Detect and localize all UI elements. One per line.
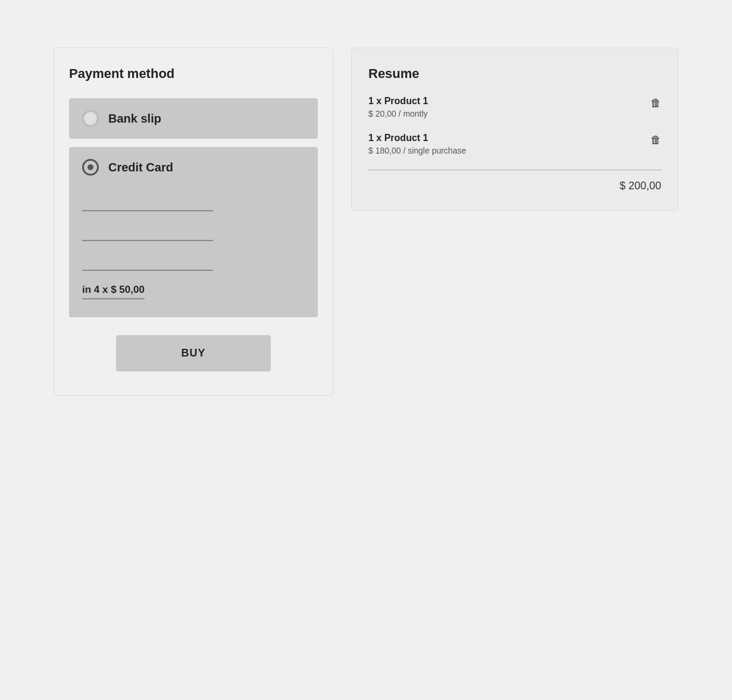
resume-panel: Resume 1 x Product 1 $ 20,00 / montly 🗑 … xyxy=(351,48,678,211)
resume-divider xyxy=(368,170,661,170)
product-price-2: $ 180,00 / single purchase xyxy=(368,146,466,155)
bank-slip-label: Bank slip xyxy=(108,112,161,126)
bank-slip-option[interactable]: Bank slip xyxy=(69,98,318,139)
product-price-1: $ 20,00 / montly xyxy=(368,109,428,118)
product-name-2: 1 x Product 1 xyxy=(368,133,466,143)
product-name-1: 1 x Product 1 xyxy=(368,96,428,107)
product-info-2: 1 x Product 1 $ 180,00 / single purchase xyxy=(368,133,466,155)
card-name-input[interactable] xyxy=(82,221,213,241)
credit-card-fields: in 4 x $ 50,00 xyxy=(82,191,305,299)
product-info-1: 1 x Product 1 $ 20,00 / montly xyxy=(368,96,428,118)
main-container: Payment method Bank slip Credit Card in … xyxy=(54,48,678,396)
credit-card-header: Credit Card xyxy=(82,159,173,176)
credit-card-option[interactable]: Credit Card in 4 x $ 50,00 xyxy=(69,147,318,317)
resume-title: Resume xyxy=(368,66,661,82)
product-item-2: 1 x Product 1 $ 180,00 / single purchase… xyxy=(368,133,661,155)
buy-button[interactable]: BUY xyxy=(116,335,271,371)
product-item-1: 1 x Product 1 $ 20,00 / montly 🗑 xyxy=(368,96,661,118)
credit-card-radio[interactable] xyxy=(82,159,99,176)
resume-total: $ 200,00 xyxy=(368,180,661,192)
credit-card-label: Credit Card xyxy=(108,161,173,174)
payment-title: Payment method xyxy=(69,66,318,82)
card-number-input[interactable] xyxy=(82,191,213,211)
delete-product-1-icon[interactable]: 🗑 xyxy=(650,97,661,110)
installment-text: in 4 x $ 50,00 xyxy=(82,284,145,299)
card-expiry-input[interactable] xyxy=(82,251,213,271)
payment-panel: Payment method Bank slip Credit Card in … xyxy=(54,48,333,396)
delete-product-2-icon[interactable]: 🗑 xyxy=(650,134,661,146)
bank-slip-radio[interactable] xyxy=(82,110,99,127)
